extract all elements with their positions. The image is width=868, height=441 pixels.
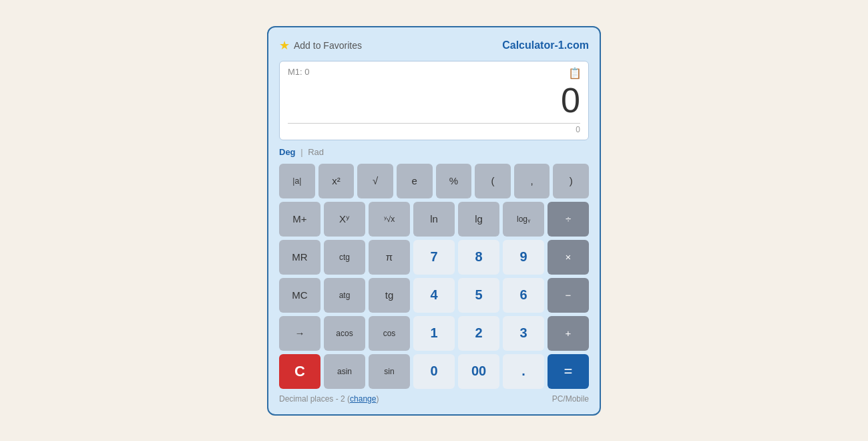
three-button[interactable]: 3	[503, 316, 544, 351]
power-button[interactable]: Xʸ	[324, 202, 365, 237]
asin-button[interactable]: asin	[324, 354, 365, 389]
one-button[interactable]: 1	[413, 316, 455, 351]
secondary-display: 0	[288, 125, 580, 134]
favorites-label: Add to Favorites	[294, 40, 362, 51]
button-row-4: →acoscos123+	[279, 316, 589, 351]
equals-button[interactable]: =	[548, 354, 589, 389]
atg-button[interactable]: atg	[324, 278, 365, 313]
plus-button[interactable]: +	[548, 316, 589, 351]
decimal-label: Decimal places - 2	[279, 394, 345, 404]
multiply-button[interactable]: ×	[548, 240, 589, 275]
logy-button[interactable]: logᵧ	[503, 202, 544, 237]
button-row-3: MCatgtg456−	[279, 278, 589, 313]
double-zero-button[interactable]: 00	[458, 354, 499, 389]
memory-plus-button[interactable]: M+	[279, 202, 320, 237]
pi-button[interactable]: π	[369, 240, 410, 275]
favorites-link[interactable]: ★ Add to Favorites	[279, 38, 362, 53]
buttons-grid: |a|x²√e%(,)M+Xʸʸ√xlnlglogᵧ÷MRctgπ789×MCa…	[279, 164, 589, 389]
close-paren-button[interactable]: )	[553, 164, 589, 198]
button-row-2: MRctgπ789×	[279, 240, 589, 275]
mode-separator: |	[300, 147, 302, 157]
yroot-button[interactable]: ʸ√x	[369, 202, 410, 237]
memory-clear-button[interactable]: MC	[279, 278, 320, 313]
square-button[interactable]: x²	[318, 164, 355, 198]
percent-button[interactable]: %	[436, 164, 472, 198]
mode-selector: Deg | Rad	[279, 147, 589, 157]
ctg-button[interactable]: ctg	[324, 240, 365, 275]
ln-button[interactable]: ln	[413, 202, 455, 237]
sqrt-button[interactable]: √	[357, 164, 393, 198]
memory-label: M1: 0	[288, 67, 310, 77]
open-paren-button[interactable]: (	[475, 164, 511, 198]
abs-button[interactable]: |a|	[279, 164, 315, 198]
five-button[interactable]: 5	[458, 278, 499, 313]
main-display: 0	[288, 80, 580, 124]
header: ★ Add to Favorites Calculator-1.com	[279, 38, 589, 53]
platform-label: PC/Mobile	[552, 394, 589, 404]
eight-button[interactable]: 8	[458, 240, 499, 275]
calculator: ★ Add to Favorites Calculator-1.com M1: …	[267, 26, 601, 416]
button-row-0: |a|x²√e%(,)	[279, 164, 589, 198]
euler-button[interactable]: e	[397, 164, 433, 198]
two-button[interactable]: 2	[458, 316, 499, 351]
seven-button[interactable]: 7	[413, 240, 455, 275]
decimal-button[interactable]: .	[503, 354, 544, 389]
star-icon: ★	[279, 38, 290, 53]
lg-button[interactable]: lg	[458, 202, 499, 237]
rad-mode[interactable]: Rad	[308, 147, 324, 157]
acos-button[interactable]: acos	[324, 316, 365, 351]
cos-button[interactable]: cos	[369, 316, 410, 351]
site-title: Calculator-1.com	[502, 39, 589, 51]
footer: Decimal places - 2 (change) PC/Mobile	[279, 394, 589, 404]
sin-button[interactable]: sin	[369, 354, 410, 389]
backspace-button[interactable]: →	[279, 316, 320, 351]
deg-mode[interactable]: Deg	[279, 147, 296, 157]
comma-button[interactable]: ,	[514, 164, 550, 198]
decimal-info: Decimal places - 2 (change)	[279, 394, 379, 404]
four-button[interactable]: 4	[413, 278, 455, 313]
divide-button[interactable]: ÷	[548, 202, 589, 237]
zero-button[interactable]: 0	[413, 354, 455, 389]
display-area: M1: 0 📋 0 0	[279, 61, 589, 140]
decimal-change-link[interactable]: change	[350, 394, 376, 404]
tg-button[interactable]: tg	[369, 278, 410, 313]
clear-button[interactable]: C	[279, 354, 320, 389]
clipboard-icon[interactable]: 📋	[568, 67, 582, 80]
nine-button[interactable]: 9	[503, 240, 544, 275]
button-row-5: Casinsin000.=	[279, 354, 589, 389]
six-button[interactable]: 6	[503, 278, 544, 313]
button-row-1: M+Xʸʸ√xlnlglogᵧ÷	[279, 202, 589, 237]
minus-button[interactable]: −	[548, 278, 589, 313]
memory-recall-button[interactable]: MR	[279, 240, 320, 275]
